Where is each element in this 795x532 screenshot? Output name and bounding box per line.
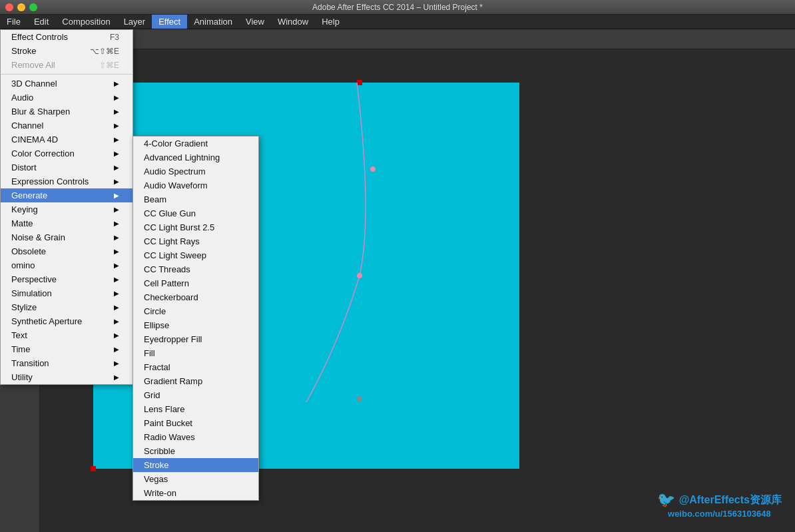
- menu-time[interactable]: Time ▶: [1, 342, 132, 356]
- menu-effect-controls[interactable]: Effect Controls F3: [1, 30, 132, 44]
- gen-fill[interactable]: Fill: [133, 346, 258, 360]
- menu-text[interactable]: Text ▶: [1, 328, 132, 342]
- menu-blur-sharpen[interactable]: Blur & Sharpen ▶: [1, 105, 132, 119]
- gen-scribble[interactable]: Scribble: [133, 444, 258, 458]
- generate-menu: 4-Color Gradient Advanced Lightning Audi…: [132, 136, 259, 501]
- menu-item-help[interactable]: Help: [315, 15, 346, 29]
- menu-perspective[interactable]: Perspective ▶: [1, 272, 132, 286]
- menu-synthetic-aperture[interactable]: Synthetic Aperture ▶: [1, 314, 132, 328]
- gen-grid[interactable]: Grid: [133, 388, 258, 402]
- window-title: Adobe After Effects CC 2014 – Untitled P…: [312, 3, 483, 12]
- gen-audio-spectrum[interactable]: Audio Spectrum: [133, 164, 258, 178]
- gen-cc-light-burst[interactable]: CC Light Burst 2.5: [133, 220, 258, 234]
- watermark: 🐦 @AfterEffects资源库 weibo.com/u/156310364…: [657, 491, 782, 519]
- gen-paint-bucket[interactable]: Paint Bucket: [133, 416, 258, 430]
- gen-gradient-ramp[interactable]: Gradient Ramp: [133, 374, 258, 388]
- gen-eyedropper-fill[interactable]: Eyedropper Fill: [133, 332, 258, 346]
- menu-stroke[interactable]: Stroke ⌥⇧⌘E: [1, 44, 132, 58]
- gen-advanced-lightning[interactable]: Advanced Lightning: [133, 150, 258, 164]
- gen-vegas[interactable]: Vegas: [133, 472, 258, 486]
- menu-cinema4d[interactable]: CINEMA 4D ▶: [1, 133, 132, 146]
- gen-cell-pattern[interactable]: Cell Pattern: [133, 276, 258, 290]
- menu-audio[interactable]: Audio ▶: [1, 91, 132, 105]
- maximize-button[interactable]: [29, 3, 37, 11]
- menu-bar: File Edit Composition Layer Effect Anima…: [0, 15, 795, 29]
- menu-3d-channel[interactable]: 3D Channel ▶: [1, 77, 132, 91]
- gen-ellipse[interactable]: Ellipse: [133, 318, 258, 332]
- gen-4color-gradient[interactable]: 4-Color Gradient: [133, 136, 258, 150]
- menu-item-animation[interactable]: Animation: [187, 15, 239, 29]
- diamond-handle[interactable]: [356, 396, 363, 402]
- title-bar: Adobe After Effects CC 2014 – Untitled P…: [0, 0, 795, 15]
- gen-lens-flare[interactable]: Lens Flare: [133, 402, 258, 416]
- watermark-line2: weibo.com/u/1563103648: [657, 509, 782, 519]
- gen-checkerboard[interactable]: Checkerboard: [133, 290, 258, 304]
- menu-item-file[interactable]: File: [0, 15, 27, 29]
- menu-item-window[interactable]: Window: [271, 15, 315, 29]
- bezier-path: [306, 83, 366, 402]
- menu-generate[interactable]: Generate ▶: [1, 188, 132, 202]
- handle-tr[interactable]: [357, 80, 362, 85]
- menu-item-composition[interactable]: Composition: [55, 15, 117, 29]
- gen-write-on[interactable]: Write-on: [133, 486, 258, 500]
- menu-channel[interactable]: Channel ▶: [1, 119, 132, 133]
- separator-1: [1, 74, 132, 75]
- effect-menu: Effect Controls F3 Stroke ⌥⇧⌘E Remove Al…: [0, 29, 133, 385]
- gen-cc-light-sweep[interactable]: CC Light Sweep: [133, 248, 258, 262]
- close-button[interactable]: [5, 3, 13, 11]
- gen-cc-light-rays[interactable]: CC Light Rays: [133, 234, 258, 248]
- control-point-1[interactable]: [370, 166, 376, 172]
- gen-cc-threads[interactable]: CC Threads: [133, 262, 258, 276]
- gen-audio-waveform[interactable]: Audio Waveform: [133, 178, 258, 192]
- menu-utility[interactable]: Utility ▶: [1, 370, 132, 384]
- menu-color-correction[interactable]: Color Correction ▶: [1, 146, 132, 160]
- menu-expression-controls[interactable]: Expression Controls ▶: [1, 174, 132, 188]
- menu-stylize[interactable]: Stylize ▶: [1, 300, 132, 314]
- dropdown-container: Effect Controls F3 Stroke ⌥⇧⌘E Remove Al…: [0, 29, 133, 385]
- gen-stroke[interactable]: Stroke: [133, 458, 258, 472]
- menu-transition[interactable]: Transition ▶: [1, 356, 132, 370]
- menu-omino[interactable]: omino ▶: [1, 258, 132, 272]
- handle-bl[interactable]: [91, 466, 96, 471]
- control-point-2[interactable]: [357, 273, 362, 278]
- menu-simulation[interactable]: Simulation ▶: [1, 286, 132, 300]
- traffic-lights: [5, 3, 37, 11]
- menu-item-view[interactable]: View: [239, 15, 271, 29]
- menu-item-layer[interactable]: Layer: [117, 15, 152, 29]
- menu-remove-all: Remove All ⇧⌘E: [1, 58, 132, 72]
- menu-item-edit[interactable]: Edit: [27, 15, 55, 29]
- watermark-line1: @AfterEffects资源库: [679, 493, 782, 507]
- gen-cc-glue-gun[interactable]: CC Glue Gun: [133, 206, 258, 220]
- menu-matte[interactable]: Matte ▶: [1, 216, 132, 230]
- gen-circle[interactable]: Circle: [133, 304, 258, 318]
- menu-distort[interactable]: Distort ▶: [1, 160, 132, 174]
- minimize-button[interactable]: [17, 3, 25, 11]
- menu-keying[interactable]: Keying ▶: [1, 202, 132, 216]
- menu-noise-grain[interactable]: Noise & Grain ▶: [1, 230, 132, 244]
- gen-fractal[interactable]: Fractal: [133, 360, 258, 374]
- menu-obsolete[interactable]: Obsolete ▶: [1, 244, 132, 258]
- gen-beam[interactable]: Beam: [133, 192, 258, 206]
- gen-radio-waves[interactable]: Radio Waves: [133, 430, 258, 444]
- menu-item-effect[interactable]: Effect: [152, 15, 187, 29]
